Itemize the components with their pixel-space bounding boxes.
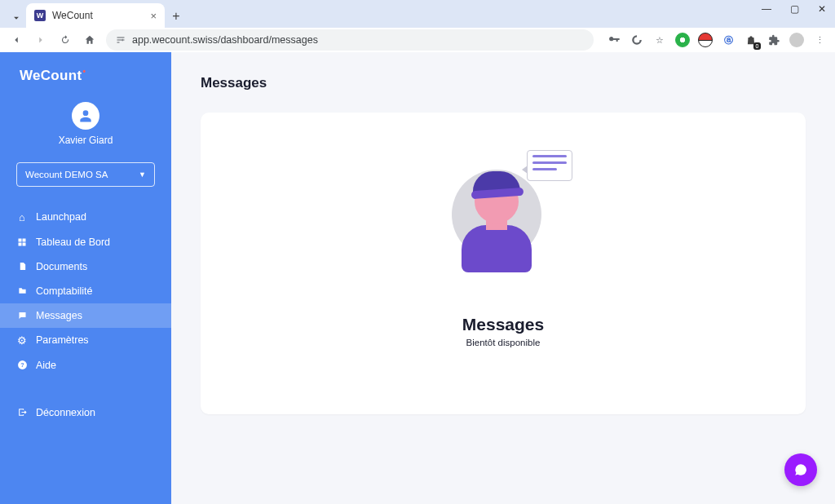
nav-item-dashboard[interactable]: Tableau de Bord	[0, 230, 171, 254]
empty-state-heading: Messages	[462, 315, 544, 334]
nav-item-logout[interactable]: Déconnexion	[0, 400, 171, 425]
sidebar: WeCount• Xavier Giard Wecount DEMO SA ▼ …	[0, 52, 171, 504]
nav-label: Paramètres	[36, 334, 89, 346]
address-bar[interactable]: app.wecount.swiss/dashboard/messages	[106, 29, 594, 51]
nav-item-help[interactable]: ? Aide	[0, 353, 171, 378]
logo-accent-icon: •	[82, 67, 86, 76]
gsuite-icon[interactable]	[630, 33, 644, 47]
caret-down-icon: ▼	[139, 170, 146, 179]
gear-icon: ⚙	[16, 334, 28, 347]
nav-item-messages[interactable]: Messages	[0, 303, 171, 328]
nav-list: ⌂ Launchpad Tableau de Bord Documents Co…	[0, 205, 171, 425]
chat-fab-button[interactable]	[784, 453, 817, 486]
reload-icon	[60, 34, 71, 46]
nav-item-launchpad[interactable]: ⌂ Launchpad	[0, 205, 171, 230]
chat-bubble-icon	[793, 462, 808, 477]
svg-rect-3	[23, 242, 26, 245]
browser-tab[interactable]: W WeCount ×	[26, 3, 165, 28]
nav-label: Comptabilité	[36, 285, 92, 297]
nav-label: Aide	[36, 360, 56, 371]
chevron-down-icon	[11, 12, 22, 24]
home-button[interactable]	[82, 32, 98, 48]
nav-label: Documents	[36, 261, 87, 272]
extensions-button[interactable]	[767, 33, 781, 47]
minimize-button[interactable]: —	[758, 3, 775, 15]
svg-rect-1	[23, 238, 26, 241]
dashboard-icon	[16, 237, 28, 247]
favicon-icon: W	[34, 10, 46, 21]
address-bar-row: app.wecount.swiss/dashboard/messages ☆ ⓐ…	[0, 28, 835, 52]
reload-button[interactable]	[57, 32, 73, 48]
svg-rect-2	[19, 242, 22, 245]
toolbar-right: ☆ ⓐ ⋮	[602, 33, 827, 47]
close-tab-button[interactable]: ×	[150, 10, 157, 22]
arrow-left-icon	[11, 34, 22, 46]
svg-text:?: ?	[20, 362, 24, 368]
company-selector[interactable]: Wecount DEMO SA ▼	[16, 162, 155, 187]
profile-button[interactable]	[789, 33, 804, 47]
chat-icon	[16, 311, 28, 321]
content-card: Messages Bientôt disponible	[201, 113, 806, 414]
forward-button[interactable]	[33, 32, 49, 48]
company-selected-label: Wecount DEMO SA	[25, 170, 108, 179]
extension-a-icon[interactable]: ⓐ	[721, 33, 736, 47]
app-logo[interactable]: WeCount•	[0, 67, 171, 95]
nav-item-settings[interactable]: ⚙ Paramètres	[0, 328, 171, 353]
profile-block: Xavier Giard	[0, 95, 171, 154]
nav-item-accounting[interactable]: Comptabilité	[0, 279, 171, 303]
extension-pokeball-icon[interactable]	[698, 33, 713, 47]
document-icon	[16, 261, 28, 272]
arrow-right-icon	[35, 34, 46, 46]
logout-icon	[16, 407, 28, 418]
app-logo-text: WeCount	[20, 68, 82, 83]
empty-state-subtext: Bientôt disponible	[466, 338, 541, 347]
close-window-button[interactable]: ✕	[814, 3, 830, 15]
svg-rect-0	[19, 238, 22, 241]
avatar[interactable]	[72, 102, 99, 130]
password-icon[interactable]	[607, 33, 621, 47]
home-icon	[84, 34, 95, 46]
chrome-menu-button[interactable]: ⋮	[812, 33, 827, 47]
maximize-button[interactable]: ▢	[786, 3, 802, 15]
nav-item-documents[interactable]: Documents	[0, 254, 171, 279]
new-tab-button[interactable]: +	[165, 5, 188, 28]
user-name: Xavier Giard	[59, 135, 113, 146]
page-title: Messages	[201, 75, 806, 91]
tab-title: WeCount	[52, 10, 93, 21]
browser-chrome: W WeCount × + — ▢ ✕ app.wecount.swiss/da…	[0, 0, 835, 52]
url-text: app.wecount.swiss/dashboard/messages	[132, 34, 318, 46]
folder-icon	[16, 286, 28, 295]
user-icon	[77, 108, 94, 124]
tab-search-button[interactable]	[7, 8, 26, 28]
nav-label: Tableau de Bord	[36, 237, 110, 248]
nav-label: Déconnexion	[36, 407, 95, 418]
window-controls: — ▢ ✕	[758, 3, 830, 15]
speech-bubble-icon	[527, 150, 572, 181]
help-icon: ?	[16, 360, 28, 370]
app-viewport: WeCount• Xavier Giard Wecount DEMO SA ▼ …	[0, 52, 835, 504]
empty-state-illustration	[434, 147, 572, 269]
extension-green-icon[interactable]	[675, 33, 690, 47]
nav-label: Messages	[36, 310, 82, 321]
nav-label: Launchpad	[36, 211, 86, 223]
tab-bar: W WeCount × + — ▢ ✕	[0, 0, 835, 28]
site-settings-icon[interactable]	[116, 35, 126, 45]
tune-icon	[116, 35, 126, 45]
main-area: Messages Messages Bientôt disponible	[171, 52, 835, 504]
back-button[interactable]	[8, 32, 24, 48]
bookmark-button[interactable]: ☆	[652, 33, 667, 47]
home-icon: ⌂	[16, 211, 28, 223]
extension-shopping-icon[interactable]	[744, 33, 758, 47]
